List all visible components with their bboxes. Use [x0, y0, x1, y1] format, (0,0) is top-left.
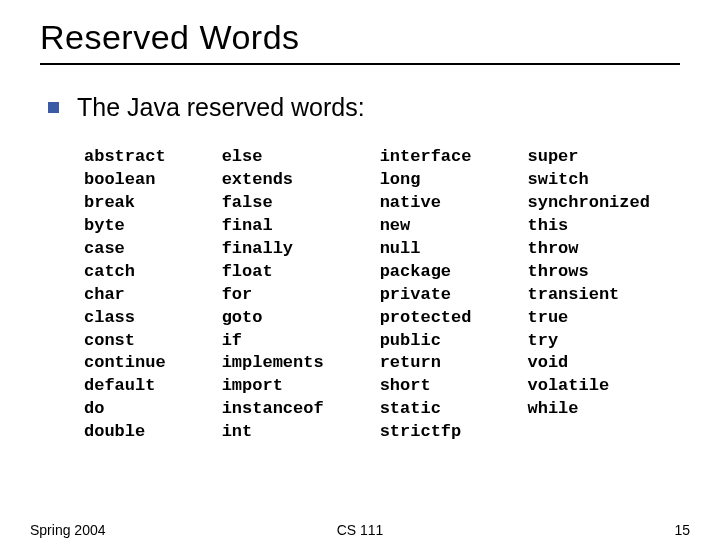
- keyword-col-4: super switch synchronized this throw thr…: [527, 146, 649, 444]
- footer-left: Spring 2004: [30, 522, 106, 538]
- footer-center: CS 111: [337, 522, 384, 538]
- bullet-icon: [48, 102, 59, 113]
- title-rule: [40, 63, 680, 65]
- footer-right: 15: [674, 522, 690, 538]
- keyword-col-1: abstract boolean break byte case catch c…: [84, 146, 166, 444]
- bullet-text: The Java reserved words:: [77, 93, 365, 122]
- slide: Reserved Words The Java reserved words: …: [0, 0, 720, 540]
- slide-title: Reserved Words: [40, 18, 680, 57]
- keyword-columns: abstract boolean break byte case catch c…: [84, 146, 680, 444]
- bullet-row: The Java reserved words:: [48, 93, 680, 122]
- keyword-col-3: interface long native new null package p…: [380, 146, 472, 444]
- keyword-col-2: else extends false final finally float f…: [222, 146, 324, 444]
